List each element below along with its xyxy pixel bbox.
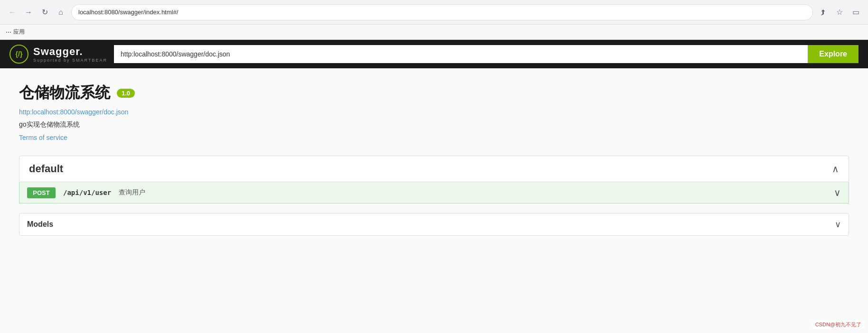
swagger-logo-text: Swagger. Supported by SMARTBEAR (33, 46, 107, 63)
section-title: default (29, 163, 63, 175)
apps-text: 应用 (13, 28, 25, 36)
models-title: Models (27, 220, 53, 229)
endpoint-path: /api/v1/user (63, 189, 111, 196)
api-description: go实现仓储物流系统 (19, 120, 849, 129)
endpoint-chevron-icon: ∨ (834, 187, 841, 198)
back-button[interactable]: ← (6, 6, 19, 19)
home-button[interactable]: ⌂ (54, 6, 67, 19)
apps-label: ⋯ 应用 (6, 28, 25, 36)
swagger-header: {/} Swagger. Supported by SMARTBEAR Expl… (0, 40, 868, 68)
address-text: localhost:8080/swagger/index.html#/ (78, 9, 178, 16)
endpoint-description: 查询用户 (119, 188, 145, 197)
models-chevron-icon: ∨ (835, 219, 841, 230)
main-content: 仓储物流系统 1.0 http:localhost:8000/swagger/d… (0, 68, 868, 333)
apps-grid-icon: ⋯ (6, 29, 11, 36)
menu-button[interactable]: ▭ (849, 6, 862, 19)
address-bar-container: localhost:8080/swagger/index.html#/ (71, 4, 813, 20)
terms-of-service-link[interactable]: Terms of service (19, 134, 849, 141)
bookmark-button[interactable]: ☆ (833, 6, 846, 19)
browser-actions: ⮭ ☆ ▭ (817, 6, 862, 19)
swagger-logo-sub: Supported by SMARTBEAR (33, 58, 107, 63)
swagger-logo-name: Swagger. (33, 46, 107, 58)
explore-button[interactable]: Explore (808, 45, 859, 63)
section-chevron-icon: ∧ (832, 163, 839, 175)
api-doc-url[interactable]: http:localhost:8000/swagger/doc.json (19, 108, 849, 116)
browser-chrome: ← → ↻ ⌂ localhost:8080/swagger/index.htm… (0, 0, 868, 25)
share-button[interactable]: ⮭ (817, 6, 830, 19)
reload-button[interactable]: ↻ (38, 6, 51, 19)
models-section: Models ∨ (19, 213, 849, 236)
address-bar: localhost:8080/swagger/index.html#/ (71, 4, 813, 20)
apps-bar: ⋯ 应用 (0, 25, 868, 40)
api-title: 仓储物流系统 (19, 83, 110, 103)
api-title-row: 仓储物流系统 1.0 (19, 83, 849, 103)
endpoint-row[interactable]: POST /api/v1/user 查询用户 ∨ (19, 182, 849, 204)
default-section: default ∧ POST /api/v1/user 查询用户 ∨ (19, 156, 849, 204)
swagger-url-input[interactable] (114, 45, 808, 63)
method-badge: POST (27, 187, 56, 198)
api-info: 仓储物流系统 1.0 http:localhost:8000/swagger/d… (19, 83, 849, 141)
swagger-logo-icon: {/} (9, 45, 28, 64)
swagger-logo: {/} Swagger. Supported by SMARTBEAR (9, 45, 114, 64)
watermark-text: CSDN@初九不见了 (815, 322, 861, 327)
api-version-badge: 1.0 (117, 89, 135, 98)
forward-button[interactable]: → (22, 6, 35, 19)
csdn-watermark: CSDN@初九不见了 (812, 320, 864, 329)
section-header[interactable]: default ∧ (19, 156, 849, 182)
models-header[interactable]: Models ∨ (19, 213, 849, 235)
browser-nav-buttons: ← → ↻ ⌂ (6, 6, 67, 19)
